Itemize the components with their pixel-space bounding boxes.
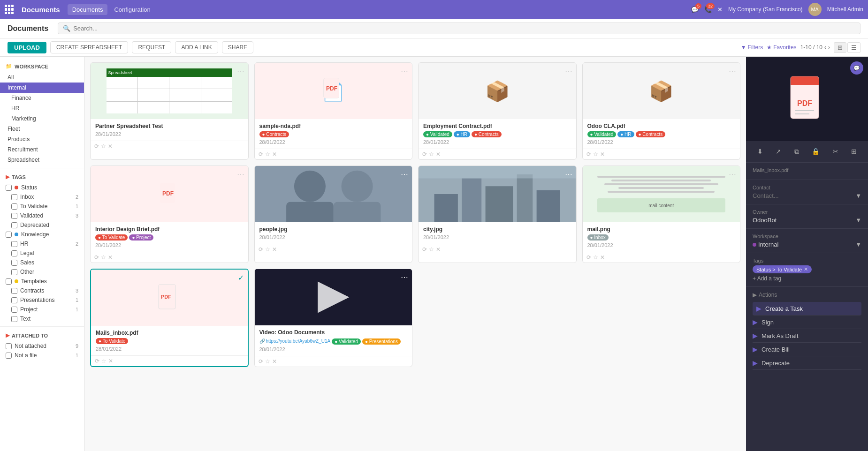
close-action-5[interactable]: ✕ — [108, 254, 113, 261]
card-menu-2[interactable]: ⋯ — [401, 67, 408, 75]
doc-card-6[interactable]: ⋯ people.jpg 28/01/2022 ⟳ ☆ ✕ — [254, 165, 413, 263]
filters-button[interactable]: ▼ Filters — [741, 44, 763, 51]
share-action-4[interactable]: ⟳ — [586, 151, 591, 158]
tag-hr[interactable]: HR 2 — [0, 239, 84, 248]
share-action-1[interactable]: ⟳ — [94, 143, 99, 150]
filter-not-a-file[interactable]: Not a file 1 — [0, 351, 84, 360]
tag-contracts[interactable]: Contracts 3 — [0, 286, 84, 295]
share-action-5[interactable]: ⟳ — [94, 254, 99, 261]
sidebar-item-all[interactable]: All — [0, 72, 84, 83]
action-mark-as-draft[interactable]: ▶ Mark As Draft — [753, 329, 861, 343]
sidebar-item-recruitment[interactable]: Recruitment — [0, 144, 84, 155]
star-action-1[interactable]: ☆ — [101, 143, 106, 150]
tag-inbox[interactable]: Inbox 2 — [0, 192, 84, 202]
tag-presentations[interactable]: Presentations 1 — [0, 295, 84, 305]
action-create-task[interactable]: ▶ Create a Task — [753, 302, 861, 316]
tag-text[interactable]: Text — [0, 314, 84, 323]
share-action-8[interactable]: ⟳ — [586, 254, 591, 261]
tag-legal[interactable]: Legal — [0, 248, 84, 258]
tag-status[interactable]: Status — [0, 183, 84, 192]
close-action-10[interactable]: ✕ — [272, 358, 277, 365]
download-action[interactable]: ⬇ — [754, 146, 767, 158]
sidebar-item-marketing[interactable]: Marketing — [0, 113, 84, 124]
contact-input[interactable] — [753, 192, 853, 199]
tag-other[interactable]: Other — [0, 267, 84, 277]
request-button[interactable]: REQUEST — [132, 41, 171, 53]
star-action-4[interactable]: ☆ — [593, 151, 598, 158]
filter-not-attached[interactable]: Not attached 9 — [0, 341, 84, 351]
doc-card-8[interactable]: mail content ⋯ mail.png ● Inbox 28/01/20… — [582, 165, 741, 263]
doc-card-1[interactable]: Spreadsheet ⋯ Partner Spreadsheet Test 2… — [90, 62, 249, 160]
grid-action[interactable]: ⊞ — [847, 146, 860, 158]
add-link-button[interactable]: ADD A LINK — [175, 41, 218, 53]
share-action-9[interactable]: ⟳ — [95, 358, 99, 364]
sidebar-item-products[interactable]: Products — [0, 134, 84, 144]
grid-view-button[interactable]: ⊞ — [834, 42, 846, 53]
create-spreadsheet-button[interactable]: CREATE SPREADSHEET — [50, 41, 128, 53]
add-tag-button[interactable]: + Add a tag — [753, 275, 861, 282]
doc-card-9[interactable]: PDF ✓ Mails_inbox.pdf ● To Validate 28/0… — [90, 269, 249, 367]
user-avatar[interactable]: MA — [808, 3, 822, 16]
share-action[interactable]: ↗ — [772, 146, 785, 158]
card-menu-4[interactable]: ⋯ — [729, 67, 736, 75]
card-menu-6[interactable]: ⋯ — [401, 170, 408, 179]
star-action-2[interactable]: ☆ — [265, 151, 270, 158]
star-action-9[interactable]: ☆ — [101, 358, 107, 364]
doc-card-2[interactable]: 📄 PDF ⋯ sample-nda.pdf ● Contracts 28/01… — [254, 62, 413, 160]
tag-templates[interactable]: Templates — [0, 277, 84, 286]
card-menu-7[interactable]: ⋯ — [565, 170, 572, 179]
lock-action[interactable]: 🔒 — [808, 146, 823, 158]
card-menu-1[interactable]: ⋯ — [237, 67, 244, 75]
tag-project[interactable]: Project 1 — [0, 305, 84, 314]
prev-page-button[interactable]: ‹ — [824, 44, 826, 51]
upload-button[interactable]: UPLOAD — [8, 42, 46, 53]
share-action-2[interactable]: ⟳ — [259, 151, 263, 158]
star-action-3[interactable]: ☆ — [429, 151, 434, 158]
close-action-8[interactable]: ✕ — [600, 254, 605, 261]
tag-knowledge[interactable]: Knowledge — [0, 230, 84, 239]
close-action-9[interactable]: ✕ — [108, 358, 113, 364]
close-action-4[interactable]: ✕ — [600, 151, 605, 158]
card-menu-8[interactable]: ⋯ — [729, 170, 736, 179]
share-action-7[interactable]: ⟳ — [422, 246, 427, 253]
search-input[interactable] — [73, 25, 855, 32]
sidebar-item-fleet[interactable]: Fleet — [0, 124, 84, 134]
company-name[interactable]: My Company (San Francisco) — [728, 6, 803, 13]
close-action-6[interactable]: ✕ — [272, 246, 277, 253]
nav-documents[interactable]: Documents — [68, 4, 108, 15]
action-deprecate[interactable]: ▶ Deprecate — [753, 356, 861, 370]
card-menu-3[interactable]: ⋯ — [565, 67, 572, 75]
star-action-7[interactable]: ☆ — [429, 246, 434, 253]
tag-to-validate[interactable]: To Validate 1 — [0, 202, 84, 211]
close-action-3[interactable]: ✕ — [436, 151, 441, 158]
share-action-6[interactable]: ⟳ — [259, 246, 263, 253]
panel-actions-label[interactable]: ▶ Actions — [753, 292, 861, 298]
copy-action[interactable]: ⧉ — [791, 146, 803, 158]
share-action-10[interactable]: ⟳ — [259, 358, 263, 365]
card-menu-10[interactable]: ⋯ — [401, 273, 408, 282]
calls-icon[interactable]: 📞 32 — [704, 6, 712, 13]
doc-card-3[interactable]: 📦 ⋯ Employment Contract.pdf ● Validated … — [418, 62, 577, 160]
action-create-bill[interactable]: ▶ Create Bill — [753, 343, 861, 356]
star-action-6[interactable]: ☆ — [265, 246, 270, 253]
doc-card-10[interactable]: ⋯ Video: Odoo Documents 🔗 https://youtu.… — [254, 269, 413, 367]
close-action-2[interactable]: ✕ — [272, 151, 277, 158]
share-action-3[interactable]: ⟳ — [422, 151, 427, 158]
close-action-1[interactable]: ✕ — [108, 143, 113, 150]
close-icon[interactable]: ✕ — [717, 6, 723, 13]
tag-sales[interactable]: Sales — [0, 258, 84, 267]
sidebar-item-internal[interactable]: Internal — [0, 83, 84, 93]
star-action-10[interactable]: ☆ — [265, 358, 270, 365]
favorites-button[interactable]: ★ Favorites — [767, 44, 796, 51]
share-button[interactable]: SHARE — [222, 41, 253, 53]
doc-card-4[interactable]: 📦 ⋯ Odoo CLA.pdf ● Validated ● HR ● Cont… — [582, 62, 741, 160]
user-name[interactable]: Mitchell Admin — [827, 6, 863, 13]
sidebar-item-spreadsheet[interactable]: Spreadsheet — [0, 155, 84, 165]
sidebar-item-finance[interactable]: Finance — [0, 93, 84, 103]
apps-grid-icon[interactable] — [5, 5, 14, 14]
sidebar-item-hr[interactable]: HR — [0, 103, 84, 113]
card-menu-5[interactable]: ⋯ — [237, 170, 244, 179]
doc-card-5[interactable]: PDF ⋯ Interior Design Brief.pdf ● To Val… — [90, 165, 249, 263]
star-action-8[interactable]: ☆ — [593, 254, 598, 261]
chat-bubble[interactable]: 💬 — [850, 61, 863, 75]
